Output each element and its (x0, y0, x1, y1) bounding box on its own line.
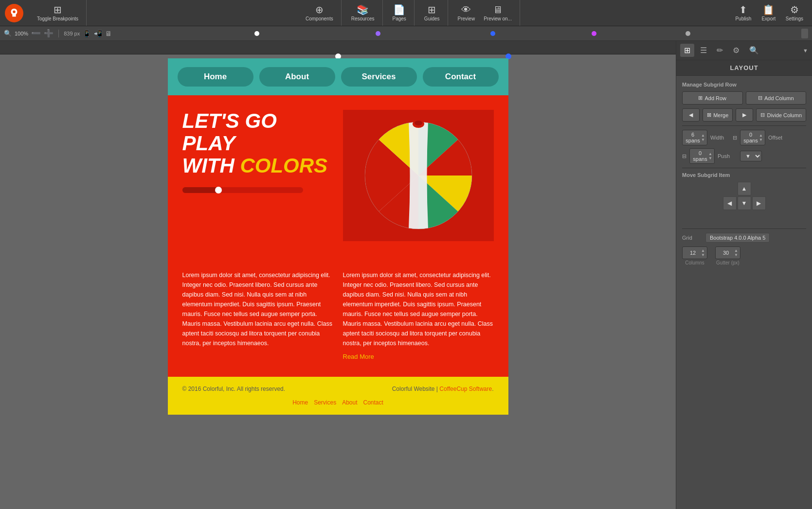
nav-contact[interactable]: Contact (423, 67, 499, 87)
toolbar: ⊞ Toggle Breakpoints ⊕ Components 📚 Reso… (0, 0, 812, 26)
spans-arrows[interactable]: ▲▼ (701, 133, 705, 142)
move-subgrid-title: Move Subgrid Item (682, 172, 806, 178)
mobile-icon[interactable]: 📱 (83, 30, 91, 37)
divide-column-btn[interactable]: ⊟ Divide Column (756, 108, 806, 122)
push-arrows[interactable]: ▲▼ (708, 152, 712, 160)
move-up-btn[interactable]: ▲ (738, 182, 751, 195)
pages-icon: 📄 (393, 5, 405, 15)
publish-icon: ⬆ (739, 5, 747, 15)
read-more-link[interactable]: Read More (343, 352, 494, 362)
bp-dot-5 (686, 31, 690, 36)
publish-btn[interactable]: ⬆ Publish (731, 3, 756, 23)
gutter-spinbox[interactable]: 30 ▲▼ (715, 246, 740, 259)
content-text-left: Lorem ipsum dolor sit amet, consectetur … (182, 270, 333, 348)
pages-group: 📄 Pages (385, 0, 415, 26)
footer-brand: Colorful Website | CoffeeCup Software. (392, 386, 494, 392)
export-btn[interactable]: 📋 Export (757, 3, 781, 23)
components-btn[interactable]: ⊕ Components (302, 3, 337, 23)
push-icon: ⊟ (682, 153, 686, 159)
hero-title-line1: LET'S GO PLAY (182, 110, 333, 155)
bp-dot-2 (376, 31, 380, 36)
zoom-icon: 🔍 (4, 30, 12, 37)
panel-tabs: ⊞ ☰ ✏ ⚙ 🔍 ▼ (676, 41, 812, 60)
move-left-btn[interactable]: ◀ (723, 196, 737, 210)
logo[interactable] (5, 4, 23, 22)
spans-row: 6 spans ▲▼ Width ⊟ 0 spans ▲▼ Offset (682, 130, 806, 145)
footer-nav-about[interactable]: About (342, 399, 357, 406)
resources-btn[interactable]: 📚 Resources (347, 3, 379, 23)
nav-home[interactable]: Home (178, 67, 253, 87)
manage-subgrid-title: Manage Subgrid Row (682, 82, 806, 88)
zoom-in-btn[interactable]: ➕ (44, 29, 54, 38)
zoom-out-btn[interactable]: ➖ (31, 29, 41, 38)
breakpoints-group: ⊞ Toggle Breakpoints (29, 0, 87, 26)
hero-text: LET'S GO PLAY WITH COLORS (182, 110, 333, 193)
merge-divide-row: ◀ ⊠ Merge ▶ ⊟ Divide Column (682, 108, 806, 122)
move-right-btn[interactable]: ▶ (752, 196, 766, 210)
footer-nav-services[interactable]: Services (314, 399, 336, 406)
add-column-icon: ⊟ (758, 95, 762, 101)
preview-group: 👁 Preview 🖥 Preview on... (450, 0, 520, 26)
beach-ball-svg (360, 117, 477, 234)
resources-group: 📚 Resources (343, 0, 383, 26)
panel-tab-layout[interactable]: ⊞ (680, 44, 694, 57)
panel-dropdown[interactable]: ▼ (803, 48, 808, 53)
add-row-col-row: ⊞ Add Row ⊟ Add Column (682, 91, 806, 105)
subbar: 🔍 100% ➖ ➕ 839 px 📱 📲 🖥 (0, 26, 812, 41)
offset-arrows[interactable]: ▲▼ (759, 133, 763, 142)
push-dropdown[interactable]: ▼ (740, 151, 762, 161)
settings-btn[interactable]: ⚙ Settings (782, 3, 807, 23)
merge-btn[interactable]: ⊠ Merge (703, 108, 733, 122)
columns-arrows[interactable]: ▲▼ (701, 248, 705, 257)
nav-about[interactable]: About (259, 67, 335, 87)
footer-nav-home[interactable]: Home (292, 399, 308, 406)
panel-tab-list[interactable]: ☰ (696, 44, 711, 57)
gutter-label: Gutter (px) (716, 260, 740, 265)
columns-label: Columns (685, 260, 704, 265)
spans-spinbox[interactable]: 6 spans ▲▼ (682, 130, 707, 145)
panel-divider-1 (682, 125, 806, 126)
pages-btn[interactable]: 📄 Pages (389, 3, 410, 23)
add-row-btn[interactable]: ⊞ Add Row (682, 91, 743, 105)
website-canvas: Home About Services Contact LET'S GO PLA… (168, 58, 508, 415)
preview-btn[interactable]: 👁 Preview (454, 3, 479, 23)
beach-ball-container (343, 110, 494, 241)
px-label: 839 px (64, 31, 80, 36)
panel-resize-handle[interactable] (801, 29, 808, 38)
footer-brand-link[interactable]: CoffeeCup Software (439, 386, 492, 392)
add-row-icon: ⊞ (698, 95, 703, 101)
tablet-icon[interactable]: 📲 (94, 30, 102, 37)
toolbar-right: ⬆ Publish 📋 Export ⚙ Settings (731, 3, 807, 23)
breakpoints-icon: ⊞ (54, 5, 62, 15)
move-down-btn[interactable]: ▼ (738, 196, 751, 210)
bp-dot-3 (490, 31, 495, 36)
preview-icon: 👁 (461, 5, 471, 15)
desktop-icon[interactable]: 🖥 (105, 30, 112, 37)
footer-nav-contact[interactable]: Contact (363, 399, 383, 406)
settings-icon: ⚙ (790, 5, 799, 15)
add-column-btn[interactable]: ⊟ Add Column (746, 91, 807, 105)
merge-right-btn[interactable]: ▶ (736, 108, 753, 122)
toggle-breakpoints-btn[interactable]: ⊞ Toggle Breakpoints (33, 3, 82, 23)
push-spinbox[interactable]: 0 spans ▲▼ (689, 148, 715, 164)
panel-tab-gear[interactable]: ⚙ (729, 44, 743, 57)
width-label: Width (710, 135, 730, 140)
site-content: Lorem ipsum dolor sit amet, consectetur … (168, 261, 508, 377)
offset-spinbox[interactable]: 0 spans ▲▼ (740, 130, 765, 145)
guides-btn[interactable]: ⊞ Guides (420, 3, 444, 23)
guides-icon: ⊞ (428, 5, 436, 15)
preview-on-btn[interactable]: 🖥 Preview on... (480, 3, 516, 23)
site-nav: Home About Services Contact (168, 58, 508, 95)
site-hero: LET'S GO PLAY WITH COLORS (168, 95, 508, 261)
columns-gutter-row: 12 ▲▼ Columns 30 ▲▼ Gutter (px) (682, 246, 806, 265)
merge-left-btn[interactable]: ◀ (682, 108, 700, 122)
offset-value: 0 spans (742, 132, 759, 143)
panel-tab-pen[interactable]: ✏ (713, 44, 727, 57)
hero-title: LET'S GO PLAY WITH COLORS (182, 110, 333, 177)
push-row: ⊟ 0 spans ▲▼ Push ▼ (682, 148, 806, 164)
panel-tab-search[interactable]: 🔍 (745, 44, 763, 57)
gutter-arrows[interactable]: ▲▼ (734, 248, 738, 257)
columns-spinbox[interactable]: 12 ▲▼ (682, 246, 707, 259)
merge-icon: ⊠ (707, 112, 711, 118)
nav-services[interactable]: Services (341, 67, 417, 87)
